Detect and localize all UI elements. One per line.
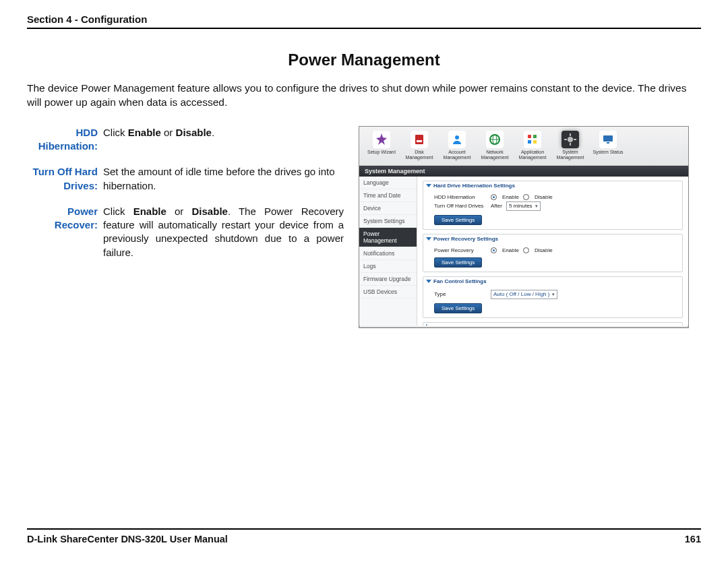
radio-enable[interactable] [491, 247, 497, 253]
definition-list: HDD Hibernation: Click Enable or Disable… [27, 126, 344, 259]
group-header[interactable]: Fan Control Settings [423, 277, 682, 286]
svg-point-11 [568, 137, 573, 142]
label: Type [434, 291, 487, 297]
settings-panel: Hard Drive Hibernation Settings HDD Hibe… [417, 177, 688, 325]
svg-point-3 [455, 135, 459, 139]
footer-title: D-Link ShareCenter DNS-320L User Manual [27, 534, 228, 544]
toolbar-account-management[interactable]: Account Management [440, 131, 474, 164]
menu-device[interactable]: Device [359, 202, 417, 215]
label: Application Management [516, 150, 549, 160]
def-value-power-recover: Click Enable or Disable. The Power Recov… [103, 205, 344, 259]
turnoff-select[interactable]: 5 minutes [506, 201, 541, 211]
account-icon [448, 131, 466, 148]
bold: Enable [128, 127, 161, 138]
screenshot-body: Language Time and Date Device System Set… [359, 177, 688, 325]
content-columns: HDD Hibernation: Click Enable or Disable… [27, 126, 701, 328]
svg-rect-17 [607, 142, 609, 144]
toolbar-application-management[interactable]: Application Management [516, 131, 549, 164]
menu-logs[interactable]: Logs [359, 260, 417, 273]
radio-disable[interactable] [523, 194, 529, 200]
row-fan-type: Type Auto ( Off / Low / High ) [434, 290, 675, 299]
globe-icon [489, 133, 501, 146]
group-header[interactable]: Hard Drive Hibernation Settings [423, 181, 682, 190]
row-power-recovery: Power Recovery Enable Disable [434, 247, 675, 253]
text: Click [103, 127, 128, 138]
save-button[interactable]: Save Settings [434, 215, 482, 225]
setup-wizard-icon [373, 131, 390, 148]
toolbar-disk-management[interactable]: Disk Management [402, 131, 436, 164]
group-power-recovery: Power Recovery Settings Power Recovery E… [423, 234, 683, 272]
group-body: Type Auto ( Off / Low / High ) Save Sett… [423, 286, 682, 317]
radio-label-disable: Disable [535, 194, 553, 200]
toolbar-network-management[interactable]: Network Management [478, 131, 512, 164]
label: System Management [553, 150, 587, 160]
menu-system-settings[interactable]: System Settings [359, 215, 417, 228]
svg-rect-7 [528, 135, 531, 138]
disk-icon [411, 131, 428, 148]
section-ribbon: System Management [359, 166, 688, 177]
intro-paragraph: The device Power Management feature allo… [27, 82, 701, 110]
def-value-turn-off-drives: Set the amount of idle time before the d… [103, 165, 344, 193]
menu-usb-devices[interactable]: USB Devices [359, 286, 417, 299]
svg-rect-14 [564, 139, 567, 140]
group-power-scheduling: Power On/Off Scheduling Settings [423, 322, 683, 325]
embedded-screenshot: Setup Wizard Disk Management Account Man… [359, 126, 689, 328]
text: or [166, 206, 192, 217]
menu-time-date[interactable]: Time and Date [359, 189, 417, 202]
radio-enable[interactable] [491, 194, 497, 200]
svg-rect-13 [570, 143, 571, 146]
label: System Status [593, 150, 623, 155]
label: Turn Off Hard Drives [434, 203, 487, 209]
label: Power Recovery [434, 247, 487, 253]
group-body: HDD Hibernation Enable Disable Turn Off … [423, 190, 682, 229]
svg-rect-2 [417, 140, 422, 142]
menu-notifications[interactable]: Notifications [359, 247, 417, 260]
svg-rect-9 [528, 140, 531, 144]
label: Setup Wizard [367, 150, 396, 155]
save-button[interactable]: Save Settings [434, 257, 482, 268]
def-label-hdd-hibernation: HDD Hibernation: [27, 126, 98, 154]
menu-language[interactable]: Language [359, 177, 417, 189]
side-menu: Language Time and Date Device System Set… [359, 177, 417, 325]
menu-firmware-upgrade[interactable]: Firmware Upgrade [359, 273, 417, 286]
group-hdd-hibernation: Hard Drive Hibernation Settings HDD Hibe… [423, 181, 683, 230]
label: Account Management [440, 150, 474, 160]
apps-icon [524, 131, 541, 148]
page-number: 161 [685, 534, 701, 544]
hdd-icon [413, 133, 425, 146]
menu-power-management[interactable]: Power Management [359, 228, 417, 247]
radio-disable[interactable] [523, 247, 529, 253]
gear-icon [564, 133, 576, 146]
group-header[interactable]: Power On/Off Scheduling Settings [423, 323, 682, 325]
radio-label-disable: Disable [535, 247, 553, 253]
top-toolbar: Setup Wizard Disk Management Account Man… [359, 127, 688, 166]
radio-label-enable: Enable [502, 194, 519, 200]
text: or [161, 127, 176, 138]
network-icon [486, 131, 504, 148]
page-title: Power Management [27, 51, 701, 69]
svg-rect-1 [415, 135, 423, 144]
grid-icon [526, 133, 539, 146]
row-turn-off-drives: Turn Off Hard Drives After 5 minutes [434, 201, 675, 211]
toolbar-system-management[interactable]: System Management [553, 131, 587, 164]
prefix: After [491, 203, 502, 209]
toolbar-setup-wizard[interactable]: Setup Wizard [365, 131, 398, 164]
def-value-hdd-hibernation: Click Enable or Disable. [103, 126, 344, 154]
toolbar-system-status[interactable]: System Status [591, 131, 625, 164]
svg-marker-0 [376, 133, 387, 145]
user-icon [451, 133, 463, 146]
document-page: Section 4 - Configuration Power Manageme… [0, 0, 728, 562]
group-header[interactable]: Power Recovery Settings [423, 235, 682, 243]
label: Network Management [478, 150, 512, 160]
definitions-column: HDD Hibernation: Click Enable or Disable… [27, 126, 344, 328]
label: Disk Management [402, 150, 436, 160]
status-icon [599, 131, 617, 148]
gear-icon [562, 131, 579, 148]
save-button[interactable]: Save Settings [434, 303, 482, 313]
group-body: Power Recovery Enable Disable Save Setti… [423, 243, 682, 272]
text: Click [103, 206, 133, 217]
svg-rect-15 [574, 139, 576, 140]
fan-type-select[interactable]: Auto ( Off / Low / High ) [491, 290, 557, 299]
radio-label-enable: Enable [502, 247, 519, 253]
bold: Disable [176, 127, 212, 138]
